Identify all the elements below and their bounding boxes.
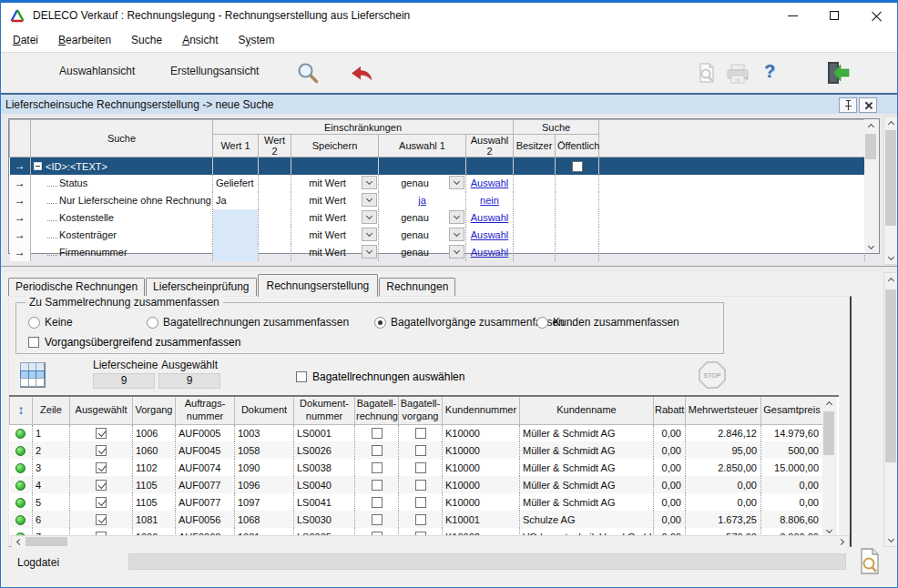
search-row[interactable]: →Firmennummermit WertgenauAuswahl [10,244,865,261]
invoice-table-hscrollbar[interactable] [11,535,850,548]
dropdown-button[interactable] [362,210,377,224]
cell-wert1[interactable]: Geliefert [213,175,259,192]
minimize-button[interactable] [771,3,813,28]
dropdown-button[interactable] [362,245,377,259]
cell-wert1[interactable] [213,209,259,227]
invoice-row[interactable]: 21060AUF00451058LS0026K10000Müller & Sch… [10,441,823,459]
dock-close-button[interactable] [859,97,877,113]
scrollbar-thumb[interactable] [885,130,896,226]
dropdown-button[interactable] [449,228,464,241]
collapse-toggle-icon[interactable] [34,162,42,170]
invoice-row[interactable]: 11006AUF00051003LS0001K10000Müller & Sch… [10,424,823,441]
dropdown-button[interactable] [449,245,464,259]
dropdown-button[interactable] [449,210,464,224]
column-header-rabatt[interactable]: Rabatt [654,397,686,424]
cell-wert1[interactable] [213,227,259,244]
auswahl2-link[interactable]: nein [480,195,499,206]
search-root-row[interactable]: →<ID>:<TEXT> [10,157,865,175]
auswahl2-link[interactable]: Auswahl [471,177,509,188]
dropdown-button[interactable] [362,176,377,189]
column-header-wert2[interactable]: Wert 2 [259,135,291,157]
auswahl2-link[interactable]: Auswahl [471,247,509,258]
cell-speichern[interactable]: mit Wert [291,209,379,227]
panel-scrollbar-bottom[interactable] [883,272,898,547]
oeffentlich-checkbox[interactable] [572,161,583,172]
cell-wert2[interactable] [259,209,291,227]
search-row[interactable]: →Kostenträgermit WertgenauAuswahl [10,227,865,244]
dropdown-button[interactable] [362,228,377,241]
search-row[interactable]: →StatusGeliefertmit WertgenauAuswahl [10,175,865,192]
group-header-einschraenkungen[interactable]: Einschränkungen [213,120,514,135]
ausgewaehlt-checkbox[interactable] [96,480,107,491]
column-header-auftragsnummer[interactable]: Auftrags- nummer [176,397,235,424]
search-table-scrollbar[interactable] [864,119,879,253]
column-header-ausgewaehlt[interactable]: Ausgewählt [70,397,133,424]
column-header-dokumentnummer[interactable]: Dokument- nummer [294,397,355,424]
scrollbar-thumb[interactable] [885,289,896,462]
exit-icon[interactable] [825,61,851,89]
stop-button[interactable]: STOP [699,361,726,389]
scroll-up-arrow[interactable] [884,117,897,129]
view-log-button[interactable] [858,548,882,579]
cell-auswahl1[interactable]: genau [379,244,466,261]
radio-option-4[interactable]: Kunden zusammenfassen [536,316,679,329]
radio-option-1[interactable]: Keine [28,316,73,329]
cell-wert2[interactable] [259,227,291,244]
bagatellrechnung-checkbox[interactable] [372,514,383,525]
bagatellvorgang-checkbox[interactable] [415,428,426,439]
vorgangsuebergreifend-checkbox[interactable]: Vorgangsübergreifend zusammenfassen [28,336,240,349]
invoice-row[interactable]: 31102AUF00741090LS0038K10000Müller & Sch… [10,459,823,476]
cell-auswahl1[interactable]: ja [379,192,466,209]
column-header-oeffentlich[interactable]: Öffentlich [556,135,599,157]
cell-auswahl1[interactable]: genau [379,209,466,227]
scrollbar-thumb[interactable] [26,537,67,546]
bagatellrechnungen-auswaehlen-checkbox[interactable]: Bagatellrechnungen auswählen [296,370,464,383]
bagatellrechnung-checkbox[interactable] [372,462,383,473]
menu-item-datei[interactable]: Datei [3,28,48,52]
menu-item-suche[interactable]: Suche [121,28,172,52]
scroll-right-arrow[interactable] [836,536,849,547]
grid-view-icon[interactable] [20,362,46,388]
help-icon[interactable]: ? [764,61,775,82]
scroll-up-arrow[interactable] [884,273,897,286]
column-header-kundennummer[interactable]: Kundennummer [443,397,520,424]
bagatellvorgang-checkbox[interactable] [415,445,426,456]
radio-option-2[interactable]: Bagatellrechnungen zusammenfassen [147,316,349,329]
bagatellrechnung-checkbox[interactable] [372,428,383,439]
auswahl2-link[interactable]: Auswahl [471,212,509,223]
bagatellvorgang-checkbox[interactable] [415,514,426,525]
cell-wert2[interactable] [259,175,291,192]
pin-button[interactable] [839,97,857,113]
scroll-up-arrow[interactable] [864,119,877,132]
print-preview-icon[interactable] [696,62,718,89]
back-arrow-icon[interactable] [350,66,374,86]
cell-speichern[interactable]: mit Wert [291,175,379,192]
cell-wert1[interactable] [213,244,259,261]
cell-wert2[interactable] [259,244,291,261]
print-icon[interactable] [725,63,752,89]
cell-auswahl2[interactable]: Auswahl [466,209,514,227]
ausgewaehlt-checkbox[interactable] [96,514,107,525]
row-indicator[interactable]: → [10,209,31,227]
cell-auswahl2[interactable]: Auswahl [466,227,514,244]
bagatellvorgang-checkbox[interactable] [415,497,426,508]
cell-auswahl1[interactable]: genau [379,175,466,192]
column-header-dokument[interactable]: Dokument [235,397,294,424]
scroll-down-arrow[interactable] [864,240,877,253]
cell-speichern[interactable]: mit Wert [291,227,379,244]
dropdown-button[interactable] [362,193,377,207]
ausgewaehlt-checkbox[interactable] [96,497,107,508]
auswahlansicht-button[interactable]: Auswahlansicht [59,65,135,77]
row-indicator[interactable]: → [10,192,31,209]
auswahl2-link[interactable]: Auswahl [471,229,509,240]
tab-1[interactable]: Periodische Rechnungen [8,278,145,296]
tab-4[interactable]: Rechnungen [379,278,455,296]
sort-column-header[interactable]: ↕ [10,397,33,424]
search-row[interactable]: →Nur Lieferscheine ohne RechnungJamit We… [10,192,865,209]
bagatellrechnung-checkbox[interactable] [372,497,383,508]
cell-speichern[interactable]: mit Wert [291,244,379,261]
cell-speichern[interactable]: mit Wert [291,192,379,209]
row-indicator[interactable]: → [10,227,31,244]
scroll-left-arrow[interactable] [12,536,25,547]
invoice-row[interactable]: 71096AUF00681081LS0035K10002VQ Lasertech… [10,528,823,535]
